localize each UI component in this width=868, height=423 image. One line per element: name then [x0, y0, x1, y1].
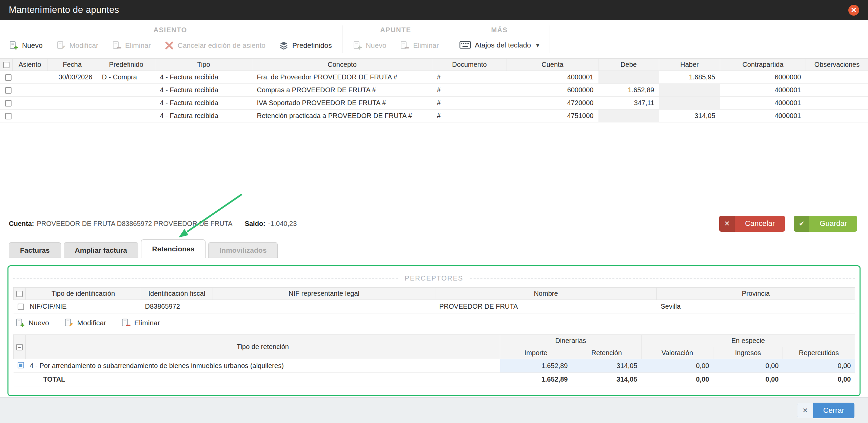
close-dialog-button[interactable]: ✕ Cerrar	[797, 403, 854, 418]
apunte-nuevo-button[interactable]: Nuevo	[353, 41, 387, 50]
table-row[interactable]: 4 - Factura recibida Retención practicad…	[0, 110, 868, 122]
cell-tipo-identificacion: NIF/CIF/NIE	[26, 300, 141, 313]
tab-ampliar-factura[interactable]: Ampliar factura	[64, 242, 138, 258]
cell-tipo: 4 - Factura recibida	[155, 97, 252, 110]
total-valoracion: 0,00	[642, 373, 713, 386]
perceptor-nuevo-button[interactable]: Nuevo	[15, 318, 49, 328]
col-predefinido[interactable]: Predefinido	[97, 59, 155, 71]
cancel-button-label: Cancelar	[735, 216, 785, 232]
cell-haber	[659, 84, 720, 97]
keyboard-icon	[459, 41, 471, 50]
cell-nif-representante	[213, 300, 435, 313]
cancel-button[interactable]: ✕ Cancelar	[719, 216, 785, 232]
row-checkbox[interactable]	[5, 113, 12, 119]
apunte-nuevo-label: Nuevo	[366, 41, 387, 50]
group-dinerarias: Dinerarias	[500, 335, 642, 347]
cell-tipo: 4 - Factura recibida	[155, 71, 252, 84]
select-all-checkbox[interactable]	[3, 62, 9, 68]
annotation-highlight-box: PERCEPTORES Tipo de identificación Ident…	[7, 265, 861, 396]
col-documento[interactable]: Documento	[432, 59, 507, 71]
cell-provincia: Sevilla	[657, 300, 855, 313]
cell-documento: #	[432, 97, 507, 110]
chevron-down-icon: ▾	[536, 41, 539, 49]
cell-contrapartida: 4000001	[720, 97, 806, 110]
col-fecha[interactable]: Fecha	[47, 59, 97, 71]
delete-document-icon	[121, 318, 131, 328]
new-document-icon	[9, 41, 18, 50]
table-row[interactable]: 4 - Por arrendamiento o subarrendamiento…	[14, 359, 855, 373]
row-checkbox[interactable]	[18, 304, 24, 310]
table-row[interactable]: NIF/CIF/NIE D83865972 PROVEEDOR DE FRUTA…	[14, 300, 855, 313]
toolbar-group-apunte-label: APUNTE	[380, 26, 411, 34]
col-contrapartida[interactable]: Contrapartida	[720, 59, 806, 71]
col-identificacion-fiscal[interactable]: Identificación fiscal	[141, 288, 213, 300]
col-observaciones[interactable]: Observaciones	[806, 59, 868, 71]
tab-facturas[interactable]: Facturas	[9, 242, 61, 258]
col-concepto[interactable]: Concepto	[252, 59, 432, 71]
asiento-eliminar-label: Eliminar	[125, 41, 151, 50]
col-provincia[interactable]: Provincia	[657, 288, 855, 300]
tab-retenciones[interactable]: Retenciones	[141, 239, 206, 258]
perceptores-legend: PERCEPTORES	[398, 274, 470, 282]
cancel-cross-icon	[164, 41, 174, 50]
cell-retencion: 314,05	[572, 359, 642, 373]
window-close-icon[interactable]: ✕	[848, 5, 859, 16]
col-haber[interactable]: Haber	[659, 59, 720, 71]
col-importe[interactable]: Importe	[500, 347, 572, 359]
total-row: TOTAL 1.652,89 314,05 0,00 0,00 0,00	[14, 373, 855, 386]
predefinidos-button[interactable]: Predefinidos	[279, 41, 332, 50]
entries-header-row: Asiento Fecha Predefinido Tipo Concepto …	[0, 59, 868, 71]
perceptor-modificar-label: Modificar	[77, 319, 106, 327]
asiento-nuevo-button[interactable]: Nuevo	[9, 41, 43, 50]
perceptor-eliminar-button[interactable]: Eliminar	[121, 318, 160, 328]
col-tipo-retencion[interactable]: Tipo de retención	[26, 335, 500, 359]
asiento-nuevo-label: Nuevo	[22, 41, 43, 50]
row-checkbox[interactable]	[5, 87, 12, 94]
asiento-eliminar-button[interactable]: Eliminar	[112, 41, 151, 50]
cell-ingresos: 0,00	[713, 359, 783, 373]
perceptor-eliminar-label: Eliminar	[134, 319, 160, 327]
cell-concepto: Compras a PROVEEDOR DE FRUTA #	[252, 84, 432, 97]
save-button[interactable]: ✔ Guardar	[794, 216, 857, 232]
tab-inmovilizados[interactable]: Inmovilizados	[208, 242, 278, 258]
col-debe[interactable]: Debe	[598, 59, 659, 71]
atajos-teclado-button[interactable]: Atajos del teclado ▾	[459, 41, 539, 50]
perceptor-modificar-button[interactable]: Modificar	[64, 318, 106, 328]
row-checkbox[interactable]	[5, 100, 12, 107]
retenciones-table: − Tipo de retención Dinerarias En especi…	[13, 334, 855, 386]
delete-document-icon	[112, 41, 121, 50]
collapse-icon[interactable]: −	[16, 344, 23, 350]
cell-documento: #	[432, 84, 507, 97]
total-ingresos: 0,00	[713, 373, 783, 386]
cell-debe	[598, 110, 659, 122]
col-nombre[interactable]: Nombre	[435, 288, 657, 300]
col-tipo-identificacion[interactable]: Tipo de identificación	[26, 288, 141, 300]
cell-predefinido	[97, 110, 155, 122]
col-ingresos[interactable]: Ingresos	[713, 347, 783, 359]
toolbar-group-asiento-label: ASIENTO	[154, 26, 187, 34]
col-asiento[interactable]: Asiento	[13, 59, 47, 71]
asiento-modificar-button[interactable]: Modificar	[56, 41, 98, 50]
col-repercutidos[interactable]: Repercutidos	[783, 347, 855, 359]
row-selected-icon[interactable]	[18, 362, 24, 368]
cell-nombre: PROVEEDOR DE FRUTA	[435, 300, 657, 313]
toolbar-group-mas-label: MÁS	[491, 26, 508, 34]
perceptores-table: Tipo de identificación Identificación fi…	[13, 287, 855, 313]
table-row[interactable]: 30/03/2026 D - Compra 4 - Factura recibi…	[0, 71, 868, 84]
row-checkbox[interactable]	[5, 74, 12, 81]
col-cuenta[interactable]: Cuenta	[507, 59, 598, 71]
cancelar-edicion-button[interactable]: Cancelar edición de asiento	[164, 41, 265, 50]
col-tipo[interactable]: Tipo	[155, 59, 252, 71]
apunte-eliminar-button[interactable]: Eliminar	[400, 41, 439, 50]
table-row[interactable]: 4 - Factura recibida IVA Soportado PROVE…	[0, 97, 868, 110]
cell-fecha	[47, 84, 97, 97]
predefinidos-label: Predefinidos	[292, 41, 332, 50]
select-all-checkbox[interactable]	[16, 291, 23, 297]
col-retencion[interactable]: Retención	[572, 347, 642, 359]
close-icon: ✕	[797, 403, 813, 418]
toolbar: ASIENTO Nuevo	[0, 20, 868, 58]
table-row[interactable]: 4 - Factura recibida Compras a PROVEEDOR…	[0, 84, 868, 97]
total-retencion: 314,05	[572, 373, 642, 386]
col-nif-representante[interactable]: NIF representante legal	[213, 288, 435, 300]
col-valoracion[interactable]: Valoración	[642, 347, 713, 359]
